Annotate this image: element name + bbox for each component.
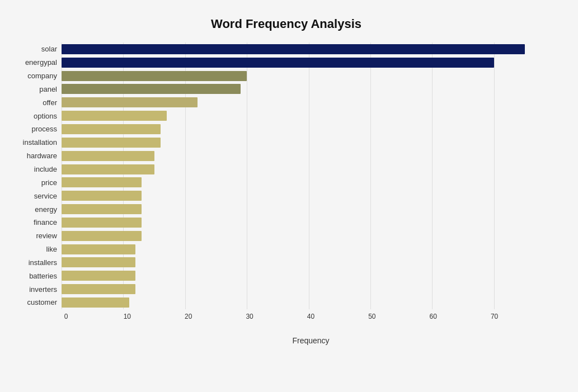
- chart-container: Word Frequency Analysis solarenergypalco…: [6, 6, 572, 392]
- bar-service: [62, 191, 142, 201]
- y-label-panel: panel: [39, 86, 57, 93]
- x-tick-70: 70: [491, 313, 498, 320]
- bar-solar: [62, 44, 525, 54]
- bar-options: [62, 111, 167, 121]
- y-label-energy: energy: [35, 206, 57, 213]
- x-tick-40: 40: [307, 313, 314, 320]
- y-label-batteries: batteries: [29, 272, 57, 280]
- bar-installation: [62, 138, 161, 148]
- bars-list: [62, 42, 556, 309]
- bar-row: [62, 83, 556, 95]
- bar-panel: [62, 84, 241, 94]
- bar-row: [62, 243, 556, 256]
- bar-row: [62, 270, 556, 282]
- y-label-finance: finance: [34, 219, 57, 226]
- y-labels: solarenergypalcompanypanelofferoptionspr…: [17, 42, 62, 309]
- bar-row: [62, 283, 556, 295]
- bar-row: [62, 70, 556, 82]
- bar-row: [62, 296, 556, 309]
- bar-row: [62, 123, 556, 135]
- bar-like: [62, 244, 135, 254]
- bar-include: [62, 164, 154, 174]
- bar-energy: [62, 204, 142, 214]
- y-label-customer: customer: [27, 299, 57, 306]
- y-label-offer: offer: [43, 99, 57, 106]
- x-tick-60: 60: [430, 313, 437, 320]
- y-label-installation: installation: [23, 139, 57, 146]
- bar-price: [62, 177, 142, 187]
- bar-row: [62, 230, 556, 242]
- x-axis: 010203040506070: [66, 309, 556, 320]
- y-label-include: include: [34, 166, 57, 173]
- bar-customer: [62, 297, 129, 308]
- y-label-service: service: [34, 192, 57, 200]
- bar-row: [62, 43, 556, 55]
- y-label-hardware: hardware: [27, 152, 57, 159]
- bar-row: [62, 150, 556, 162]
- bars-and-grid: [62, 42, 556, 309]
- y-label-price: price: [41, 179, 57, 186]
- bar-review: [62, 231, 142, 241]
- bar-company: [62, 71, 247, 81]
- y-label-company: company: [27, 72, 57, 79]
- y-label-like: like: [46, 245, 57, 253]
- bar-energypal: [62, 58, 494, 68]
- bar-batteries: [62, 271, 135, 281]
- bar-row: [62, 203, 556, 215]
- x-tick-10: 10: [124, 313, 131, 320]
- bar-installers: [62, 257, 135, 267]
- y-label-review: review: [36, 232, 57, 239]
- y-label-options: options: [34, 112, 57, 120]
- bar-row: [62, 216, 556, 229]
- x-tick-0: 0: [64, 313, 68, 320]
- bar-inverters: [62, 284, 135, 294]
- y-label-energypal: energypal: [25, 59, 57, 66]
- bar-row: [62, 136, 556, 149]
- chart-area: solarenergypalcompanypanelofferoptionspr…: [17, 42, 556, 345]
- y-label-process: process: [31, 125, 57, 133]
- bar-row: [62, 176, 556, 188]
- y-label-installers: installers: [29, 259, 57, 266]
- bar-row: [62, 96, 556, 108]
- bar-offer: [62, 97, 198, 107]
- bar-row: [62, 163, 556, 176]
- bar-row: [62, 256, 556, 268]
- y-label-solar: solar: [41, 45, 57, 53]
- bar-hardware: [62, 151, 154, 161]
- y-label-inverters: inverters: [29, 286, 57, 293]
- bar-row: [62, 56, 556, 69]
- x-tick-50: 50: [368, 313, 375, 320]
- x-tick-30: 30: [246, 313, 253, 320]
- x-axis-label: Frequency: [66, 336, 556, 345]
- bar-row: [62, 190, 556, 202]
- bar-finance: [62, 218, 142, 228]
- bars-section: solarenergypalcompanypanelofferoptionspr…: [17, 42, 556, 309]
- bar-row: [62, 110, 556, 122]
- bar-process: [62, 124, 161, 134]
- chart-title: Word Frequency Analysis: [17, 17, 556, 31]
- x-tick-20: 20: [185, 313, 192, 320]
